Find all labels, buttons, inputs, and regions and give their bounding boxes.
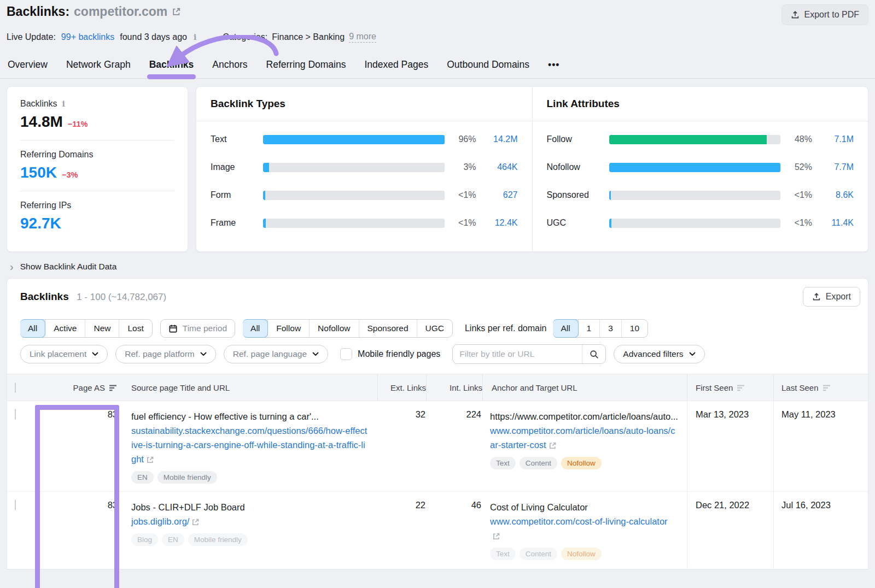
link-placement-label: Link placement bbox=[30, 349, 86, 359]
follow-segment: All Follow Nofollow Sponsored UGC bbox=[243, 319, 453, 338]
export-button[interactable]: Export bbox=[803, 287, 860, 307]
links-per-domain-segment: All 1 3 10 bbox=[553, 319, 648, 338]
status-active-option[interactable]: Active bbox=[45, 320, 85, 337]
mobile-friendly-filter: Mobile friendly pages bbox=[340, 348, 440, 360]
advanced-filters-label: Advanced filters bbox=[623, 349, 683, 359]
bar-row-frame: Frame <1% 12.4K bbox=[211, 218, 518, 228]
int-links-value: 224 bbox=[466, 409, 481, 419]
language-badge: EN bbox=[162, 533, 184, 546]
tab-indexed-pages[interactable]: Indexed Pages bbox=[364, 59, 428, 70]
target-url-link[interactable]: www.competitor.com/article/loans/auto-lo… bbox=[490, 424, 678, 452]
follow-sponsored-option[interactable]: Sponsored bbox=[359, 320, 417, 337]
sort-icon[interactable] bbox=[109, 385, 118, 391]
column-header-first-seen[interactable]: First Seen bbox=[696, 383, 745, 392]
language-badge: EN bbox=[131, 471, 154, 484]
lpd-all-option[interactable]: All bbox=[553, 319, 578, 338]
last-seen-value: Jul 16, 2023 bbox=[781, 500, 831, 510]
table-filters: All Active New Lost Time period All bbox=[7, 315, 868, 374]
export-to-pdf-button[interactable]: Export to PDF bbox=[781, 4, 868, 25]
lpd-1-option[interactable]: 1 bbox=[578, 320, 600, 337]
tab-backlinks[interactable]: Backlinks bbox=[149, 59, 194, 70]
audit-toggle-label: Show Backlink Audit Data bbox=[20, 262, 117, 272]
mobile-friendly-checkbox[interactable] bbox=[340, 348, 352, 360]
ref-page-language-dropdown[interactable]: Ref. page language bbox=[224, 345, 328, 363]
nofollow-badge: Nofollow bbox=[561, 457, 602, 469]
column-header-ext-links[interactable]: Ext. Links bbox=[390, 383, 426, 392]
status-all-option[interactable]: All bbox=[20, 319, 45, 338]
ref-page-platform-dropdown[interactable]: Ref. page platform bbox=[115, 345, 216, 363]
stat-refdomains-value[interactable]: 150K bbox=[20, 164, 57, 181]
bar-track bbox=[609, 163, 781, 172]
links-per-domain-label: Links per ref. domain bbox=[465, 324, 546, 333]
tab-overview[interactable]: Overview bbox=[8, 59, 48, 70]
follow-follow-option[interactable]: Follow bbox=[267, 320, 309, 337]
tabs-more-icon[interactable]: ••• bbox=[548, 59, 559, 70]
source-url-link[interactable]: jobs.diglib.org/ bbox=[131, 514, 368, 528]
page-title-domain: competitor.com bbox=[74, 4, 167, 19]
column-header-page-as[interactable]: Page AS bbox=[73, 383, 118, 392]
categories-more-link[interactable]: 9 more bbox=[349, 32, 376, 43]
lpd-3-option[interactable]: 3 bbox=[599, 320, 621, 337]
status-new-option[interactable]: New bbox=[85, 320, 119, 337]
nofollow-badge: Nofollow bbox=[561, 548, 602, 560]
int-links-value: 46 bbox=[471, 500, 481, 510]
external-link-icon[interactable] bbox=[172, 7, 181, 16]
tab-referring-domains[interactable]: Referring Domains bbox=[266, 59, 346, 70]
stat-refips-value[interactable]: 92.7K bbox=[20, 215, 61, 232]
column-header-anchor[interactable]: Anchor and Target URL bbox=[492, 383, 577, 392]
page-title: Backlinks: competitor.com bbox=[7, 4, 181, 19]
follow-ugc-option[interactable]: UGC bbox=[417, 320, 452, 337]
column-header-last-seen[interactable]: Last Seen bbox=[781, 383, 831, 392]
live-update-label: Live Update: bbox=[7, 32, 56, 42]
bar-track bbox=[263, 219, 445, 228]
table-range: 1 - 100 (~14,782,067) bbox=[77, 292, 166, 302]
first-seen-value: Mar 13, 2023 bbox=[696, 409, 749, 419]
bar-track bbox=[263, 135, 445, 144]
bar-row-image: Image 3% 464K bbox=[211, 162, 518, 172]
info-icon[interactable]: i bbox=[192, 33, 197, 42]
status-lost-option[interactable]: Lost bbox=[119, 320, 151, 337]
source-title: fuel efficiency - How effective is turni… bbox=[131, 409, 368, 424]
divider bbox=[20, 191, 174, 191]
bar-fill bbox=[609, 191, 611, 200]
sort-icon[interactable] bbox=[737, 385, 745, 391]
bar-fill bbox=[263, 163, 269, 172]
platform-badge: Blog bbox=[131, 533, 158, 546]
tab-network-graph[interactable]: Network Graph bbox=[66, 59, 131, 70]
search-input[interactable] bbox=[453, 345, 582, 363]
show-backlink-audit-toggle[interactable]: › Show Backlink Audit Data bbox=[10, 262, 867, 272]
select-all-checkbox[interactable] bbox=[15, 383, 16, 393]
bar-row-text: Text 96% 14.2M bbox=[211, 134, 518, 144]
external-link-icon bbox=[146, 456, 154, 464]
stat-backlinks-label: Backlinks bbox=[20, 99, 57, 109]
source-url-link[interactable]: sustainability.stackexchange.com/questio… bbox=[131, 424, 368, 466]
time-period-button[interactable]: Time period bbox=[160, 319, 235, 338]
lpd-10-option[interactable]: 10 bbox=[621, 320, 648, 337]
chevron-down-icon bbox=[689, 352, 696, 356]
bar-fill bbox=[263, 219, 266, 228]
bar-track bbox=[609, 135, 781, 144]
sort-icon[interactable] bbox=[823, 385, 831, 391]
row-checkbox[interactable] bbox=[15, 499, 16, 510]
follow-nofollow-option[interactable]: Nofollow bbox=[309, 320, 358, 337]
search-button[interactable] bbox=[582, 345, 605, 363]
column-header-int-links[interactable]: Int. Links bbox=[450, 383, 482, 392]
title-url-search bbox=[452, 344, 606, 364]
table-title: Backlinks bbox=[20, 291, 69, 302]
column-header-source[interactable]: Source page Title and URL bbox=[131, 383, 230, 392]
mobile-friendly-label: Mobile friendly pages bbox=[358, 349, 440, 359]
advanced-filters-dropdown[interactable]: Advanced filters bbox=[614, 345, 704, 363]
time-period-label: Time period bbox=[183, 324, 227, 333]
info-icon[interactable]: i bbox=[61, 99, 66, 108]
live-update-link[interactable]: 99+ backlinks bbox=[61, 32, 114, 42]
tab-anchors[interactable]: Anchors bbox=[212, 59, 247, 70]
bar-track bbox=[263, 191, 445, 200]
target-url-link[interactable]: www.competitor.com/cost-of-living-calcul… bbox=[490, 514, 678, 543]
row-checkbox[interactable] bbox=[15, 409, 16, 420]
tab-outbound-domains[interactable]: Outbound Domains bbox=[447, 59, 529, 70]
live-update-suffix: found 3 days ago bbox=[120, 32, 187, 42]
follow-all-option[interactable]: All bbox=[243, 319, 268, 338]
calendar-icon bbox=[168, 324, 178, 333]
first-seen-value: Dec 21, 2022 bbox=[696, 500, 749, 510]
link-placement-dropdown[interactable]: Link placement bbox=[20, 345, 108, 363]
